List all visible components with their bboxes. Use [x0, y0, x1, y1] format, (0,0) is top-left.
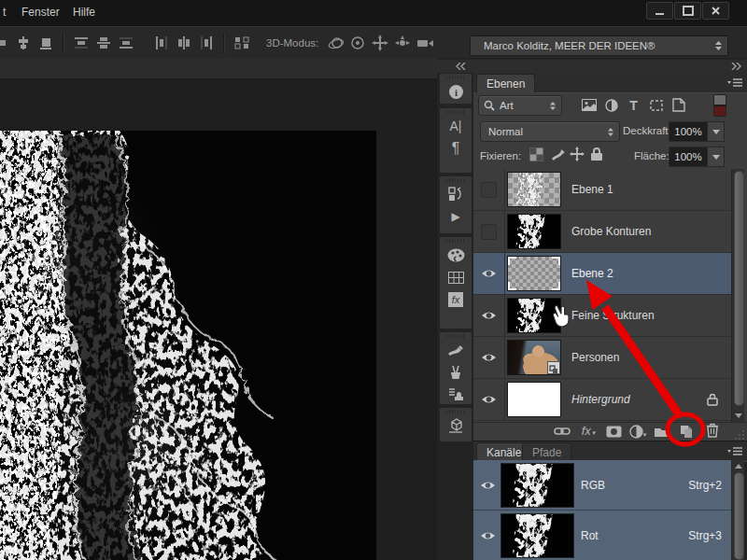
minimize-button[interactable] — [646, 2, 673, 20]
distribute-right-icon[interactable] — [198, 35, 215, 51]
brush-presets-panel-icon[interactable] — [440, 340, 472, 360]
add-mask-icon[interactable] — [604, 424, 623, 439]
layer-row-personen[interactable]: Personen — [473, 337, 731, 379]
layer-thumbnail[interactable] — [507, 172, 561, 207]
align-vertical-center-icon[interactable] — [15, 35, 32, 51]
menu-item-fenster[interactable]: Fenster — [21, 6, 60, 19]
scroll-down-arrow[interactable] — [735, 413, 742, 418]
lock-transparency-icon[interactable] — [529, 147, 543, 165]
collapse-panels-icon[interactable] — [456, 63, 467, 70]
document-tab-bar[interactable] — [0, 58, 437, 79]
paragraph-panel-icon[interactable]: ¶ — [440, 138, 472, 159]
layer-thumbnail[interactable] — [507, 298, 561, 333]
link-layers-icon[interactable] — [553, 424, 571, 439]
layer-row-ebene1[interactable]: Ebene 1 — [473, 169, 731, 211]
lock-all-icon[interactable] — [590, 147, 603, 165]
3d-panel-icon[interactable] — [440, 415, 472, 436]
filter-toggle[interactable] — [713, 94, 726, 117]
visibility-toggle[interactable] — [473, 511, 501, 560]
layer-thumbnail[interactable] — [507, 382, 561, 417]
opacity-dropdown[interactable] — [707, 121, 725, 142]
visibility-toggle[interactable] — [473, 211, 505, 252]
fill-dropdown[interactable] — [707, 147, 725, 167]
scroll-up-arrow[interactable] — [735, 464, 742, 469]
filter-smart-objects-icon[interactable] — [670, 96, 686, 114]
menu-item-partial[interactable]: t — [3, 6, 6, 19]
new-layer-button[interactable] — [677, 424, 696, 439]
visibility-toggle[interactable] — [473, 337, 505, 378]
distribute-vertical-center-icon[interactable] — [95, 35, 112, 51]
channel-row-rot[interactable]: Rot Strg+3 — [473, 511, 731, 560]
filter-adjustment-layers-icon[interactable] — [603, 96, 619, 114]
align-left-icon[interactable] — [0, 35, 9, 51]
layer-style-icon[interactable]: fx▾ — [579, 423, 598, 438]
layer-row-grobe-konturen[interactable]: Grobe Konturen — [473, 211, 731, 253]
visibility-toggle[interactable] — [473, 295, 505, 336]
actions-panel-icon[interactable]: ▶ — [440, 206, 472, 227]
adjustment-layer-icon[interactable]: ▾ — [628, 424, 647, 439]
styles-panel-icon[interactable]: fx — [440, 289, 472, 310]
3d-pan-icon[interactable] — [372, 35, 388, 51]
channels-scrollbar[interactable] — [731, 460, 744, 560]
distribute-spacing-icon[interactable] — [233, 35, 250, 51]
layer-row-ebene2[interactable]: Ebene 2 — [473, 253, 731, 295]
scrollbar-thumb[interactable] — [734, 171, 744, 406]
blend-mode-combo[interactable]: Normal — [480, 121, 620, 142]
layer-thumbnail[interactable] — [507, 214, 561, 249]
3d-camera-icon[interactable] — [416, 35, 433, 51]
layer-name[interactable]: Ebene 2 — [571, 253, 613, 294]
tool-presets-panel-icon[interactable] — [440, 362, 472, 383]
close-button[interactable] — [702, 2, 729, 20]
layers-scrollbar[interactable] — [731, 169, 744, 422]
swatches-panel-icon[interactable] — [440, 267, 472, 287]
panel-menu-icon[interactable] — [726, 446, 743, 457]
distribute-bottom-icon[interactable] — [118, 35, 134, 51]
align-bottom-icon[interactable] — [37, 35, 54, 51]
visibility-toggle[interactable] — [473, 379, 505, 420]
clone-source-panel-icon[interactable] — [440, 385, 472, 405]
workspace-switcher[interactable]: Marco Kolditz, MEER DER IDEEN® — [470, 35, 728, 56]
visibility-toggle[interactable] — [473, 460, 501, 510]
layer-row-feine-strukturen[interactable]: Feine Strukturen — [473, 295, 731, 337]
layer-name[interactable]: Ebene 1 — [571, 169, 613, 210]
group-grip[interactable] — [446, 110, 465, 114]
lock-pixels-icon[interactable] — [550, 147, 565, 165]
tab-pfade[interactable]: Pfade — [522, 442, 571, 462]
channel-thumbnail[interactable] — [500, 463, 574, 508]
opacity-value[interactable]: 100% — [669, 121, 708, 142]
distribute-horizontal-center-icon[interactable] — [176, 35, 192, 51]
layer-name[interactable]: Hintergrund — [571, 379, 630, 420]
resize-grip[interactable] — [734, 429, 745, 441]
filter-shape-layers-icon[interactable] — [648, 96, 664, 114]
character-panel-icon[interactable]: A| — [440, 116, 472, 136]
group-grip[interactable] — [446, 76, 465, 79]
layer-name[interactable]: Personen — [571, 337, 619, 378]
3d-orbit-icon[interactable] — [327, 35, 344, 51]
layer-filter-combo[interactable]: Art — [478, 95, 562, 116]
new-group-icon[interactable] — [653, 424, 671, 439]
layer-name[interactable]: Feine Strukturen — [571, 295, 655, 336]
info-panel-icon[interactable]: i — [440, 81, 472, 102]
lock-position-icon[interactable] — [570, 147, 585, 165]
channel-row-rgb[interactable]: RGB Strg+2 — [473, 460, 731, 511]
layer-name[interactable]: Grobe Konturen — [571, 211, 651, 252]
scrollbar-thumb[interactable] — [734, 472, 744, 560]
group-grip[interactable] — [446, 410, 465, 413]
timeline-panel-icon[interactable] — [440, 184, 472, 204]
filter-type-layers-icon[interactable]: T — [626, 96, 641, 114]
visibility-toggle[interactable] — [473, 253, 505, 294]
group-grip[interactable] — [446, 178, 465, 182]
distribute-left-icon[interactable] — [153, 35, 170, 51]
menu-item-hilfe[interactable]: Hilfe — [73, 6, 95, 19]
fill-value[interactable]: 100% — [669, 147, 708, 167]
filter-pixel-layers-icon[interactable] — [581, 96, 597, 114]
delete-layer-icon[interactable] — [703, 423, 722, 438]
canvas-image[interactable] — [0, 131, 376, 560]
panel-menu-icon[interactable] — [726, 77, 743, 89]
tab-ebenen[interactable]: Ebenen — [476, 74, 535, 93]
layer-thumbnail[interactable] — [507, 256, 561, 291]
visibility-toggle[interactable] — [473, 169, 505, 210]
channel-name[interactable]: RGB — [581, 460, 605, 510]
channel-thumbnail[interactable] — [500, 513, 574, 558]
3d-slide-icon[interactable] — [394, 35, 411, 51]
